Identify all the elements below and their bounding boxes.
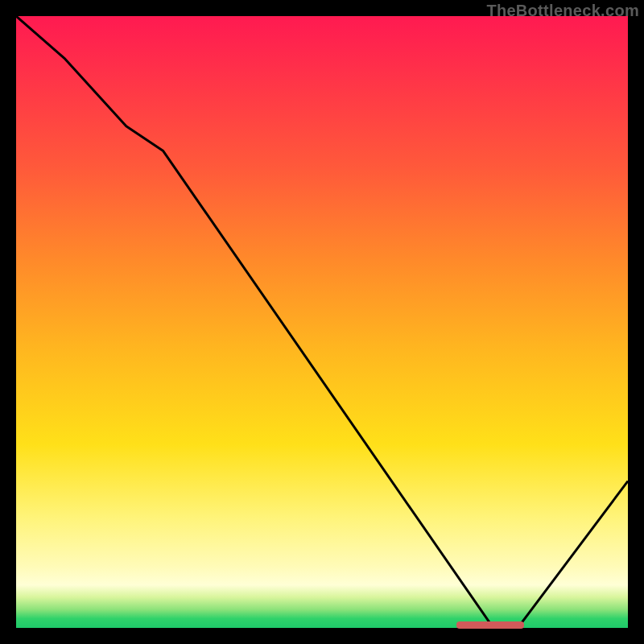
- watermark-text: TheBottleneck.com: [486, 2, 639, 20]
- optimal-range-marker: [456, 621, 524, 629]
- outer-frame: TheBottleneck.com: [0, 0, 644, 644]
- gradient-plot-area: [16, 16, 628, 628]
